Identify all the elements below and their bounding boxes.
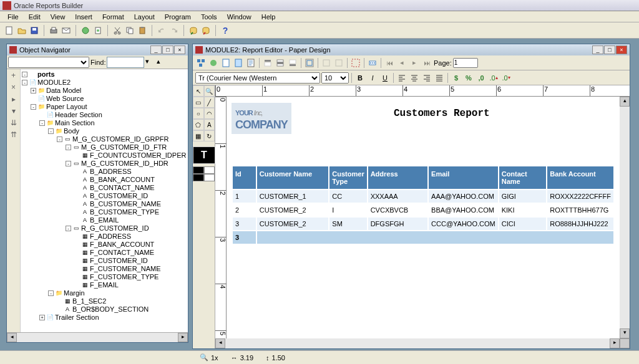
select-tool-icon[interactable]: ↖ bbox=[193, 85, 204, 97]
tree-node[interactable]: AB_CUSTOMER_ID bbox=[21, 192, 188, 200]
menu-help[interactable]: Help bbox=[256, 13, 281, 21]
align-justify-icon[interactable] bbox=[434, 72, 445, 84]
ellipse-tool-icon[interactable]: ○ bbox=[193, 108, 204, 119]
tree-node[interactable]: AB_CONTACT_NAME bbox=[21, 184, 188, 192]
tree-node[interactable]: ▦F_CONTACT_NAME bbox=[21, 249, 188, 257]
open-icon[interactable] bbox=[16, 25, 27, 36]
tree-node[interactable]: AB_CUSTOMER_NAME bbox=[21, 200, 188, 208]
tree-node[interactable]: ▦F_BANK_ACCOUNT bbox=[21, 241, 188, 249]
data-model-icon[interactable] bbox=[195, 57, 207, 69]
tree-node[interactable]: -📁Paper Layout bbox=[21, 103, 188, 111]
scroll-down-icon[interactable]: ▾ bbox=[620, 328, 630, 338]
tree-node[interactable]: ▦F_CUSTOMER_NAME bbox=[21, 265, 188, 273]
minimize-button[interactable]: _ bbox=[592, 46, 603, 54]
header-icon[interactable] bbox=[262, 57, 273, 69]
prev-page-icon[interactable]: ◂ bbox=[396, 57, 407, 69]
tree-node[interactable]: ▦F_ADDRESS bbox=[21, 232, 188, 241]
fontsize-select[interactable]: 10 bbox=[321, 72, 349, 84]
editor-hscroll[interactable]: ◂ ▸ bbox=[215, 338, 630, 348]
maximize-button[interactable]: □ bbox=[604, 46, 615, 54]
percent-icon[interactable]: % bbox=[463, 72, 474, 84]
run-paper-icon[interactable] bbox=[92, 25, 104, 36]
menu-insert[interactable]: Insert bbox=[70, 13, 97, 21]
menu-window[interactable]: Window bbox=[222, 13, 256, 21]
paper-param-icon[interactable] bbox=[245, 57, 256, 69]
menu-layout[interactable]: Layout bbox=[129, 13, 160, 21]
font-select[interactable]: Tr (Courier New (Western bbox=[195, 72, 320, 84]
align-right-icon[interactable] bbox=[421, 72, 432, 84]
undo-icon[interactable] bbox=[156, 25, 167, 36]
text-tool-icon[interactable]: A bbox=[204, 119, 215, 130]
tree-node[interactable]: -▭M_G_CUSTOMER_ID_HDR bbox=[21, 160, 188, 168]
align-center-icon[interactable] bbox=[409, 72, 420, 84]
find-input[interactable] bbox=[107, 57, 144, 68]
tree-node[interactable]: 📄Web Source bbox=[21, 95, 188, 103]
rect-tool-icon[interactable]: ▭ bbox=[193, 97, 204, 108]
menu-edit[interactable]: Edit bbox=[24, 13, 46, 21]
currency-icon[interactable]: $ bbox=[451, 72, 462, 84]
bold-icon[interactable]: B bbox=[354, 72, 366, 84]
create-icon[interactable]: + bbox=[8, 71, 19, 82]
expand-icon[interactable]: ▸ bbox=[8, 95, 19, 106]
tree-node[interactable]: 📄Header Section bbox=[21, 111, 188, 119]
new-icon[interactable] bbox=[4, 25, 15, 36]
tree-node[interactable]: -📄MODULE2 bbox=[21, 79, 188, 87]
connect-icon[interactable] bbox=[188, 25, 199, 36]
minimize-button[interactable]: _ bbox=[150, 46, 162, 54]
menu-format[interactable]: Format bbox=[97, 13, 129, 21]
page-input[interactable] bbox=[453, 58, 478, 68]
redo-icon[interactable] bbox=[168, 25, 180, 36]
paper-layout-icon[interactable] bbox=[220, 57, 232, 69]
tree-node[interactable]: -▭R_G_CUSTOMER_ID bbox=[21, 224, 188, 232]
scroll-up-icon[interactable]: ▴ bbox=[620, 97, 630, 107]
tree-node[interactable]: -▭M_G_CUSTOMER_ID_FTR bbox=[21, 143, 188, 151]
disconnect-icon[interactable] bbox=[200, 25, 212, 36]
paste-icon[interactable] bbox=[137, 25, 148, 36]
tree-node[interactable]: AB_BANK_ACCOUNT bbox=[21, 176, 188, 184]
align-left-icon[interactable] bbox=[396, 72, 407, 84]
tree-node[interactable]: -ports bbox=[21, 70, 188, 79]
tree-node[interactable]: AB_CUSTOMER_TYPE bbox=[21, 208, 188, 216]
tree-node[interactable]: ▦B_1_SEC2 bbox=[21, 297, 188, 305]
flex-icon[interactable] bbox=[321, 57, 332, 69]
tree-node[interactable]: -▭M_G_CUSTOMER_ID_GRPFR bbox=[21, 135, 188, 143]
fill-swatch-icon[interactable]: T bbox=[193, 146, 215, 164]
maximize-button[interactable]: □ bbox=[162, 46, 173, 54]
objnav-titlebar[interactable]: Object Navigator _ □ × bbox=[7, 44, 188, 55]
design-canvas[interactable]: YOUR Inc, COMPANY Customers Report Id Cu… bbox=[227, 97, 620, 338]
run-web-icon[interactable] bbox=[80, 25, 91, 36]
rotate-tool-icon[interactable]: ↻ bbox=[204, 130, 215, 141]
editor-vscroll[interactable]: ▴ ▾ bbox=[620, 97, 630, 338]
tree-node[interactable]: AB_EMAIL bbox=[21, 216, 188, 224]
line-color-swatch[interactable] bbox=[193, 166, 204, 174]
tree-node[interactable]: -📁Main Section bbox=[21, 119, 188, 127]
print-icon[interactable] bbox=[48, 25, 59, 36]
arc-tool-icon[interactable]: ◠ bbox=[204, 108, 215, 119]
last-page-icon[interactable]: ⏭ bbox=[421, 57, 432, 69]
tree-node[interactable]: +📁Data Model bbox=[21, 87, 188, 95]
magnify-tool-icon[interactable]: 🔍 bbox=[204, 85, 215, 97]
tree-node[interactable]: AB_ADDRESS bbox=[21, 168, 188, 176]
italic-icon[interactable]: I bbox=[367, 72, 378, 84]
insert-field-icon[interactable] bbox=[367, 57, 378, 69]
collapseall-icon[interactable]: ⇈ bbox=[8, 130, 19, 141]
fill-color-swatch[interactable] bbox=[193, 174, 204, 181]
scroll-left-icon[interactable]: ◂ bbox=[215, 338, 225, 348]
next-page-icon[interactable]: ▸ bbox=[409, 57, 420, 69]
tree-node[interactable]: -📁Margin bbox=[21, 289, 188, 297]
none-swatch[interactable] bbox=[204, 174, 215, 181]
scroll-right-icon[interactable]: ▸ bbox=[178, 333, 188, 342]
save-icon[interactable] bbox=[29, 25, 40, 36]
trailer-icon[interactable] bbox=[287, 57, 298, 69]
close-button[interactable]: × bbox=[174, 46, 185, 54]
expandall-icon[interactable]: ⇊ bbox=[8, 118, 19, 130]
tree-node[interactable]: ▦F_EMAIL bbox=[21, 281, 188, 289]
tree-node[interactable]: -📁Body bbox=[21, 127, 188, 135]
objnav-tree[interactable]: -ports-📄MODULE2+📁Data Model📄Web Source-📁… bbox=[21, 69, 188, 332]
mail-icon[interactable] bbox=[61, 25, 72, 36]
menu-program[interactable]: Program bbox=[160, 13, 196, 21]
web-source-icon[interactable] bbox=[208, 57, 219, 69]
collapse-icon[interactable]: ▾ bbox=[8, 107, 19, 118]
menu-tools[interactable]: Tools bbox=[196, 13, 222, 21]
help-icon[interactable]: ? bbox=[220, 25, 231, 36]
